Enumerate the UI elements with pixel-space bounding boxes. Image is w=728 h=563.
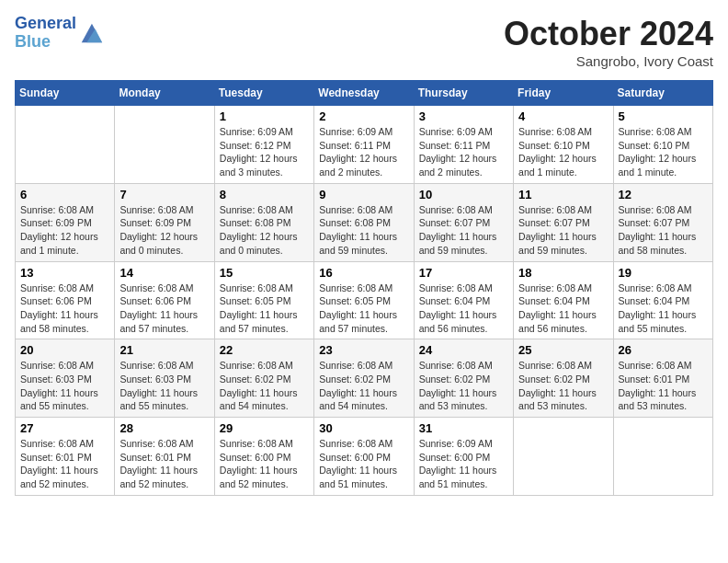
day-info: Sunrise: 6:08 AM Sunset: 6:00 PM Dayligh… — [220, 437, 309, 491]
calendar-cell — [613, 418, 712, 496]
day-info: Sunrise: 6:08 AM Sunset: 6:02 PM Dayligh… — [319, 359, 408, 413]
calendar-cell: 12Sunrise: 6:08 AM Sunset: 6:07 PM Dayli… — [613, 183, 712, 261]
weekday-header-sunday: Sunday — [16, 81, 115, 106]
calendar-cell: 8Sunrise: 6:08 AM Sunset: 6:08 PM Daylig… — [214, 183, 313, 261]
day-info: Sunrise: 6:08 AM Sunset: 6:10 PM Dayligh… — [518, 125, 608, 179]
day-info: Sunrise: 6:08 AM Sunset: 6:05 PM Dayligh… — [319, 282, 408, 336]
location: Sangrobo, Ivory Coast — [504, 53, 713, 69]
day-number: 25 — [518, 343, 608, 357]
day-info: Sunrise: 6:08 AM Sunset: 6:06 PM Dayligh… — [20, 282, 109, 336]
day-info: Sunrise: 6:08 AM Sunset: 6:08 PM Dayligh… — [319, 203, 408, 258]
day-info: Sunrise: 6:08 AM Sunset: 6:10 PM Dayligh… — [619, 125, 708, 179]
calendar-cell — [16, 106, 115, 184]
calendar-cell: 5Sunrise: 6:08 AM Sunset: 6:10 PM Daylig… — [613, 106, 712, 184]
calendar-cell: 20Sunrise: 6:08 AM Sunset: 6:03 PM Dayli… — [16, 339, 115, 418]
calendar-cell: 27Sunrise: 6:08 AM Sunset: 6:01 PM Dayli… — [16, 418, 115, 496]
day-info: Sunrise: 6:08 AM Sunset: 6:09 PM Dayligh… — [20, 203, 109, 258]
calendar-cell: 9Sunrise: 6:08 AM Sunset: 6:08 PM Daylig… — [314, 183, 414, 261]
calendar-cell: 29Sunrise: 6:08 AM Sunset: 6:00 PM Dayli… — [214, 418, 313, 496]
title-block: October 2024 Sangrobo, Ivory Coast — [504, 15, 713, 69]
calendar-cell: 6Sunrise: 6:08 AM Sunset: 6:09 PM Daylig… — [16, 183, 115, 261]
day-info: Sunrise: 6:09 AM Sunset: 6:12 PM Dayligh… — [220, 125, 309, 179]
calendar-cell: 23Sunrise: 6:08 AM Sunset: 6:02 PM Dayli… — [314, 339, 414, 418]
day-info: Sunrise: 6:08 AM Sunset: 6:07 PM Dayligh… — [619, 203, 708, 258]
day-number: 19 — [619, 266, 708, 280]
weekday-header-tuesday: Tuesday — [214, 81, 313, 106]
calendar-cell: 28Sunrise: 6:08 AM Sunset: 6:01 PM Dayli… — [115, 418, 214, 496]
day-info: Sunrise: 6:09 AM Sunset: 6:11 PM Dayligh… — [319, 125, 408, 179]
day-number: 6 — [20, 188, 109, 201]
day-info: Sunrise: 6:08 AM Sunset: 6:01 PM Dayligh… — [119, 437, 209, 491]
calendar-cell: 15Sunrise: 6:08 AM Sunset: 6:05 PM Dayli… — [214, 261, 313, 339]
weekday-header-monday: Monday — [115, 81, 214, 106]
day-number: 3 — [419, 109, 508, 123]
week-row-5: 27Sunrise: 6:08 AM Sunset: 6:01 PM Dayli… — [16, 418, 713, 496]
weekday-header-saturday: Saturday — [613, 81, 712, 106]
day-info: Sunrise: 6:08 AM Sunset: 6:07 PM Dayligh… — [419, 203, 508, 258]
day-info: Sunrise: 6:08 AM Sunset: 6:01 PM Dayligh… — [619, 359, 708, 413]
day-info: Sunrise: 6:08 AM Sunset: 6:08 PM Dayligh… — [220, 203, 309, 258]
day-info: Sunrise: 6:08 AM Sunset: 6:04 PM Dayligh… — [619, 282, 708, 336]
day-number: 23 — [319, 343, 408, 357]
day-number: 10 — [419, 188, 508, 201]
calendar-cell: 4Sunrise: 6:08 AM Sunset: 6:10 PM Daylig… — [514, 106, 613, 184]
day-number: 22 — [220, 343, 309, 357]
day-number: 17 — [419, 266, 508, 280]
day-number: 28 — [119, 421, 209, 435]
day-number: 12 — [619, 188, 708, 201]
calendar-cell: 13Sunrise: 6:08 AM Sunset: 6:06 PM Dayli… — [16, 261, 115, 339]
logo-text: GeneralBlue — [15, 15, 76, 52]
calendar-cell: 7Sunrise: 6:08 AM Sunset: 6:09 PM Daylig… — [115, 183, 214, 261]
page-header: GeneralBlue October 2024 Sangrobo, Ivory… — [15, 15, 713, 69]
day-info: Sunrise: 6:09 AM Sunset: 6:00 PM Dayligh… — [419, 437, 508, 491]
calendar-cell: 17Sunrise: 6:08 AM Sunset: 6:04 PM Dayli… — [414, 261, 513, 339]
day-info: Sunrise: 6:08 AM Sunset: 6:05 PM Dayligh… — [220, 282, 309, 336]
day-number: 26 — [619, 343, 708, 357]
month-title: October 2024 — [504, 15, 713, 53]
calendar-cell: 18Sunrise: 6:08 AM Sunset: 6:04 PM Dayli… — [514, 261, 613, 339]
weekday-header-row: SundayMondayTuesdayWednesdayThursdayFrid… — [16, 81, 713, 106]
day-info: Sunrise: 6:08 AM Sunset: 6:03 PM Dayligh… — [20, 359, 109, 413]
day-number: 9 — [319, 188, 408, 201]
calendar-cell — [514, 418, 613, 496]
calendar-cell: 11Sunrise: 6:08 AM Sunset: 6:07 PM Dayli… — [514, 183, 613, 261]
day-number: 13 — [20, 266, 109, 280]
day-number: 14 — [119, 266, 209, 280]
day-number: 21 — [119, 343, 209, 357]
calendar-cell: 21Sunrise: 6:08 AM Sunset: 6:03 PM Dayli… — [115, 339, 214, 418]
weekday-header-thursday: Thursday — [414, 81, 513, 106]
calendar-cell: 1Sunrise: 6:09 AM Sunset: 6:12 PM Daylig… — [214, 106, 313, 184]
day-info: Sunrise: 6:08 AM Sunset: 6:00 PM Dayligh… — [319, 437, 408, 491]
calendar-cell: 30Sunrise: 6:08 AM Sunset: 6:00 PM Dayli… — [314, 418, 414, 496]
calendar-cell: 14Sunrise: 6:08 AM Sunset: 6:06 PM Dayli… — [115, 261, 214, 339]
week-row-4: 20Sunrise: 6:08 AM Sunset: 6:03 PM Dayli… — [16, 339, 713, 418]
calendar-cell: 24Sunrise: 6:08 AM Sunset: 6:02 PM Dayli… — [414, 339, 513, 418]
day-number: 15 — [220, 266, 309, 280]
week-row-2: 6Sunrise: 6:08 AM Sunset: 6:09 PM Daylig… — [16, 183, 713, 261]
calendar-cell: 25Sunrise: 6:08 AM Sunset: 6:02 PM Dayli… — [514, 339, 613, 418]
day-number: 5 — [619, 109, 708, 123]
day-number: 27 — [20, 421, 109, 435]
day-info: Sunrise: 6:08 AM Sunset: 6:04 PM Dayligh… — [419, 282, 508, 336]
day-number: 1 — [220, 109, 309, 123]
week-row-1: 1Sunrise: 6:09 AM Sunset: 6:12 PM Daylig… — [16, 106, 713, 184]
weekday-header-friday: Friday — [514, 81, 613, 106]
day-info: Sunrise: 6:08 AM Sunset: 6:03 PM Dayligh… — [119, 359, 209, 413]
day-info: Sunrise: 6:08 AM Sunset: 6:09 PM Dayligh… — [119, 203, 209, 258]
calendar-cell: 31Sunrise: 6:09 AM Sunset: 6:00 PM Dayli… — [414, 418, 513, 496]
day-info: Sunrise: 6:08 AM Sunset: 6:01 PM Dayligh… — [20, 437, 109, 491]
day-number: 18 — [518, 266, 608, 280]
day-info: Sunrise: 6:08 AM Sunset: 6:02 PM Dayligh… — [518, 359, 608, 413]
day-number: 20 — [20, 343, 109, 357]
logo: GeneralBlue — [15, 15, 104, 52]
week-row-3: 13Sunrise: 6:08 AM Sunset: 6:06 PM Dayli… — [16, 261, 713, 339]
day-info: Sunrise: 6:08 AM Sunset: 6:04 PM Dayligh… — [518, 282, 608, 336]
calendar-cell — [115, 106, 214, 184]
calendar-cell: 22Sunrise: 6:08 AM Sunset: 6:02 PM Dayli… — [214, 339, 313, 418]
day-info: Sunrise: 6:08 AM Sunset: 6:07 PM Dayligh… — [518, 203, 608, 258]
day-number: 29 — [220, 421, 309, 435]
calendar-cell: 3Sunrise: 6:09 AM Sunset: 6:11 PM Daylig… — [414, 106, 513, 184]
day-number: 31 — [419, 421, 508, 435]
logo-icon — [78, 20, 104, 46]
calendar-table: SundayMondayTuesdayWednesdayThursdayFrid… — [15, 80, 713, 496]
